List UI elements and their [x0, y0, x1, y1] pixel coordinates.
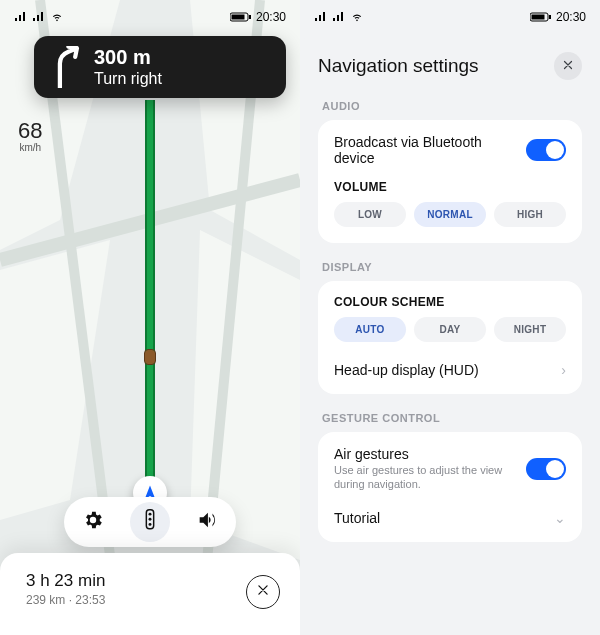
air-gestures-label: Air gestures [334, 446, 524, 462]
settings-button[interactable] [73, 502, 113, 542]
svg-rect-9 [231, 15, 244, 20]
navigation-screen: 20:30 300 m Turn right 68 km/h 3 h 23 mi… [0, 0, 300, 635]
section-audio-label: AUDIO [322, 100, 578, 112]
turn-distance: 300 m [94, 46, 162, 68]
quick-actions-bar [64, 497, 236, 547]
hud-row[interactable]: Head-up display (HUD) › [334, 354, 566, 378]
status-time: 20:30 [256, 10, 286, 24]
status-bar: 20:30 [300, 6, 600, 28]
svg-point-14 [149, 523, 152, 526]
battery-icon [530, 12, 552, 22]
speed-indicator: 68 km/h [18, 120, 42, 153]
volume-normal[interactable]: NORMAL [414, 202, 486, 227]
bluetooth-broadcast-label: Broadcast via Bluetooth device [334, 134, 526, 166]
traffic-button[interactable] [130, 502, 170, 542]
air-gestures-toggle[interactable] [526, 458, 566, 480]
air-gestures-sub: Use air gestures to adjust the view duri… [334, 464, 524, 492]
sound-button[interactable] [187, 502, 227, 542]
signal-icon [14, 12, 28, 22]
hud-label: Head-up display (HUD) [334, 362, 479, 378]
scheme-day[interactable]: DAY [414, 317, 486, 342]
close-settings-button[interactable] [554, 52, 582, 80]
bluetooth-toggle[interactable] [526, 139, 566, 161]
turn-right-arrow-icon [48, 46, 82, 88]
volume-segmented: LOW NORMAL HIGH [334, 202, 566, 227]
signal-icon [314, 12, 328, 22]
volume-high[interactable]: HIGH [494, 202, 566, 227]
eta-bar[interactable]: 3 h 23 min 239 km · 23:53 [0, 553, 300, 635]
scheme-segmented: AUTO DAY NIGHT [334, 317, 566, 342]
chevron-right-icon: › [561, 362, 566, 378]
status-bar: 20:30 [0, 6, 300, 28]
close-icon [562, 57, 574, 75]
section-display-label: DISPLAY [322, 261, 578, 273]
settings-sheet: Navigation settings AUDIO Broadcast via … [300, 30, 600, 635]
scheme-auto[interactable]: AUTO [334, 317, 406, 342]
tutorial-row[interactable]: Tutorial ⌄ [334, 504, 566, 526]
battery-icon [230, 12, 252, 22]
settings-title: Navigation settings [318, 55, 479, 77]
signal-icon-2 [332, 12, 346, 22]
vehicle-marker [145, 350, 155, 364]
audio-card: Broadcast via Bluetooth device VOLUME LO… [318, 120, 582, 243]
turn-instruction-card[interactable]: 300 m Turn right [34, 36, 286, 98]
volume-title: VOLUME [334, 180, 566, 194]
status-time: 20:30 [556, 10, 586, 24]
svg-rect-10 [249, 15, 251, 19]
stop-navigation-button[interactable] [246, 575, 280, 609]
scheme-night[interactable]: NIGHT [494, 317, 566, 342]
tutorial-label: Tutorial [334, 510, 380, 526]
eta-duration: 3 h 23 min [26, 571, 105, 591]
close-icon [256, 583, 270, 601]
speed-value: 68 [18, 120, 42, 142]
wifi-icon [350, 12, 364, 22]
wifi-icon [50, 12, 64, 22]
svg-rect-16 [531, 15, 544, 20]
volume-low[interactable]: LOW [334, 202, 406, 227]
svg-point-13 [149, 518, 152, 521]
eta-details: 239 km · 23:53 [26, 593, 105, 607]
signal-icon-2 [32, 12, 46, 22]
speaker-icon [196, 509, 218, 535]
display-card: COLOUR SCHEME AUTO DAY NIGHT Head-up dis… [318, 281, 582, 394]
svg-rect-17 [549, 15, 551, 19]
speed-unit: km/h [18, 142, 42, 153]
settings-screen: 20:30 Navigation settings AUDIO Broadcas… [300, 0, 600, 635]
section-gesture-label: GESTURE CONTROL [322, 412, 578, 424]
gear-icon [82, 509, 104, 535]
chevron-down-icon: ⌄ [554, 510, 566, 526]
traffic-light-icon [141, 509, 159, 535]
turn-instruction: Turn right [94, 70, 162, 88]
scheme-title: COLOUR SCHEME [334, 295, 566, 309]
route-line [145, 100, 155, 480]
gesture-card: Air gestures Use air gestures to adjust … [318, 432, 582, 542]
svg-point-12 [149, 513, 152, 516]
